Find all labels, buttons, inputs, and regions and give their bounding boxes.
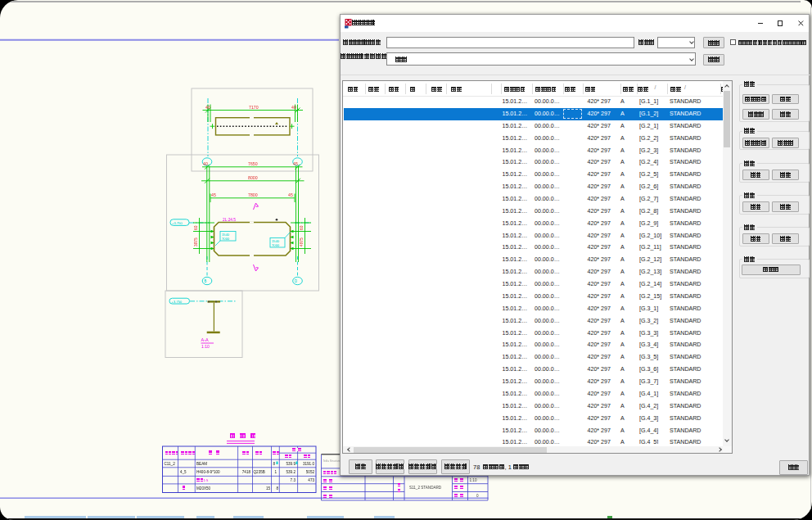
svg-text:40: 40: [205, 105, 210, 110]
svg-text:3191.0: 3191.0: [303, 462, 314, 466]
svg-text:45: 45: [293, 161, 298, 166]
svg-text:1:5: 1:5: [204, 478, 209, 482]
svg-text:1: 1: [274, 470, 277, 474]
svg-text:7.3: 7.3: [291, 478, 296, 482]
svg-text:4975: 4975: [300, 237, 304, 246]
svg-text:H400-8-9*100: H400-8-9*100: [196, 470, 220, 474]
svg-text:Q235B: Q235B: [254, 470, 265, 474]
svg-text:3975: 3975: [194, 237, 198, 246]
svg-text:C11_2: C11_2: [165, 462, 176, 466]
svg-text:60: 60: [194, 225, 198, 230]
svg-text:2L:24.5: 2L:24.5: [223, 218, 236, 222]
svg-text:7800: 7800: [248, 192, 258, 197]
svg-text:S11_2 STANDARD: S11_2 STANDARD: [409, 486, 442, 490]
svg-text:40: 40: [291, 105, 296, 110]
svg-text:D: D: [295, 279, 298, 283]
svg-text:40: 40: [203, 161, 208, 166]
svg-text:5052: 5052: [306, 470, 315, 474]
svg-text:15: 15: [266, 486, 271, 491]
svg-text:1:10: 1:10: [201, 344, 210, 349]
svg-text:A-A: A-A: [201, 337, 210, 342]
svg-text:B: B: [205, 279, 207, 283]
svg-text:8: 8: [273, 462, 275, 466]
svg-text:BEAM: BEAM: [196, 462, 207, 466]
svg-text:7000: 7000: [222, 237, 230, 241]
svg-text:7650: 7650: [248, 161, 258, 166]
svg-text:7418: 7418: [242, 470, 251, 474]
svg-text:60: 60: [300, 225, 304, 230]
svg-text:45: 45: [211, 192, 216, 197]
svg-text:8: 8: [276, 486, 278, 491]
svg-text:7170: 7170: [249, 105, 259, 110]
svg-text:7000: 7000: [272, 243, 280, 247]
svg-text:45: 45: [288, 192, 293, 197]
svg-text:473: 473: [308, 478, 314, 482]
svg-text:1:10: 1:10: [470, 478, 477, 482]
svg-text:+3.750: +3.750: [172, 300, 183, 304]
svg-text:4_5: 4_5: [180, 470, 187, 474]
svg-text:8000: 8000: [248, 175, 258, 180]
svg-text:M20X50: M20X50: [196, 486, 211, 491]
svg-text:0: 0: [476, 494, 479, 498]
svg-text:539.2: 539.2: [286, 470, 296, 474]
svg-text:539.9: 539.9: [286, 462, 296, 466]
svg-text:+3.750: +3.750: [172, 221, 183, 225]
